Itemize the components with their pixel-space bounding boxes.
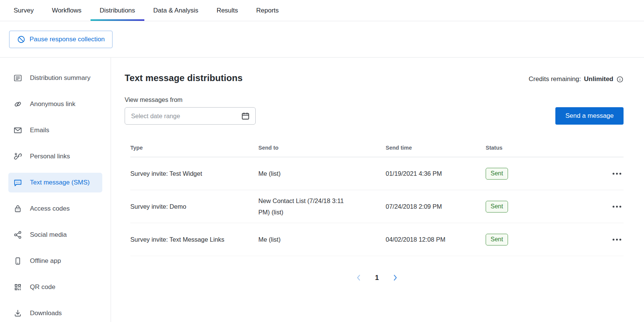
sidebar-item-qr-code[interactable]: QR code — [8, 277, 102, 297]
sms-bubble-icon — [13, 178, 23, 188]
mobile-icon — [13, 256, 23, 266]
row-actions-button[interactable] — [599, 239, 624, 241]
column-header-type: Type — [130, 145, 258, 151]
table-row: Survey invite: Demo New Contact List (7/… — [130, 190, 624, 223]
pagination: 1 — [130, 274, 624, 282]
cell-send-to: Me (list) — [258, 234, 357, 245]
cell-type: Survey invite: Text Message Links — [130, 236, 258, 243]
credits-remaining: Credits remaining: Unlimited — [529, 75, 624, 83]
credits-label: Credits remaining: — [529, 75, 581, 83]
cell-send-to: Me (list) — [258, 168, 357, 179]
tab-results[interactable]: Results — [208, 0, 247, 21]
date-range-input[interactable] — [131, 113, 241, 120]
sidebar-item-label: Downloads — [30, 309, 62, 317]
send-a-message-button[interactable]: Send a message — [555, 107, 624, 125]
sidebar-item-access-codes[interactable]: Access codes — [8, 199, 102, 219]
info-icon[interactable] — [616, 76, 624, 83]
link-icon — [13, 99, 23, 109]
sidebar-item-label: Social media — [30, 231, 67, 239]
sidebar-item-label: Distribution summary — [30, 74, 91, 82]
cell-type: Survey invite: Demo — [130, 203, 258, 210]
previous-page-button[interactable] — [355, 274, 363, 282]
row-actions-button[interactable] — [599, 206, 624, 208]
table-row: Survey invite: Test Widget Me (list) 01/… — [130, 157, 624, 190]
tab-workflows[interactable]: Workflows — [43, 0, 91, 21]
cell-type: Survey invite: Test Widget — [130, 170, 258, 177]
sidebar-item-social-media[interactable]: Social media — [8, 225, 102, 245]
sidebar-item-offline-app[interactable]: Offline app — [8, 251, 102, 271]
main-panel: Text message distributions Credits remai… — [111, 58, 644, 322]
table-header-row: Type Send to Send time Status — [130, 138, 624, 157]
view-messages-from-label: View messages from — [125, 96, 256, 103]
top-nav: Survey Workflows Distributions Data & An… — [0, 0, 644, 21]
calendar-icon[interactable] — [241, 111, 250, 120]
table-row: Survey invite: Text Message Links Me (li… — [130, 223, 624, 256]
distributions-table: Type Send to Send time Status Survey inv… — [130, 138, 624, 256]
credits-value: Unlimited — [584, 75, 613, 83]
sidebar-item-text-message-sms[interactable]: Text message (SMS) — [8, 173, 102, 192]
share-icon — [13, 230, 23, 240]
cell-send-to: New Contact List (7/24/18 3:11 PM) (list… — [258, 195, 357, 218]
cell-send-time: 04/02/2018 12:08 PM — [386, 236, 486, 243]
column-header-send-to: Send to — [258, 145, 386, 151]
row-actions-button[interactable] — [599, 173, 624, 175]
distribution-sidebar: Distribution summary Anonymous link Emai… — [0, 58, 111, 322]
status-badge: Sent — [486, 168, 508, 180]
pause-button-label: Pause response collection — [30, 36, 105, 43]
status-badge: Sent — [486, 201, 508, 213]
current-page-number[interactable]: 1 — [375, 274, 379, 282]
sidebar-item-label: Offline app — [30, 257, 61, 265]
personal-link-icon — [13, 152, 23, 161]
tab-reports[interactable]: Reports — [247, 0, 288, 21]
tab-data-analysis[interactable]: Data & Analysis — [144, 0, 208, 21]
envelope-icon — [13, 125, 23, 135]
column-header-status: Status — [486, 145, 599, 151]
download-icon — [13, 308, 23, 318]
pause-response-collection-button[interactable]: Pause response collection — [9, 31, 113, 48]
next-page-button[interactable] — [391, 274, 399, 282]
sidebar-item-label: Text message (SMS) — [30, 179, 90, 186]
sidebar-item-emails[interactable]: Emails — [8, 120, 102, 140]
sidebar-item-label: QR code — [30, 283, 55, 291]
sidebar-item-distribution-summary[interactable]: Distribution summary — [8, 68, 102, 88]
sidebar-item-anonymous-link[interactable]: Anonymous link — [8, 94, 102, 114]
cell-send-time: 07/24/2018 2:09 PM — [386, 203, 486, 210]
sidebar-item-label: Anonymous link — [30, 100, 75, 108]
page-title: Text message distributions — [125, 73, 243, 83]
sidebar-item-downloads[interactable]: Downloads — [8, 303, 102, 322]
lock-icon — [13, 204, 23, 214]
header-band: Pause response collection — [0, 21, 644, 58]
sidebar-item-label: Personal links — [30, 153, 70, 160]
sidebar-item-label: Emails — [30, 127, 49, 134]
document-summary-icon — [13, 73, 23, 83]
tab-survey[interactable]: Survey — [5, 0, 43, 21]
sidebar-item-label: Access codes — [30, 205, 70, 213]
column-header-send-time: Send time — [386, 145, 486, 151]
qr-code-icon — [13, 282, 23, 292]
status-badge: Sent — [486, 234, 508, 245]
cell-send-time: 01/19/2021 4:36 PM — [386, 170, 486, 177]
sidebar-item-personal-links[interactable]: Personal links — [8, 147, 102, 166]
tab-distributions[interactable]: Distributions — [91, 0, 144, 21]
date-range-picker[interactable] — [125, 107, 256, 125]
prohibition-icon — [17, 35, 25, 44]
